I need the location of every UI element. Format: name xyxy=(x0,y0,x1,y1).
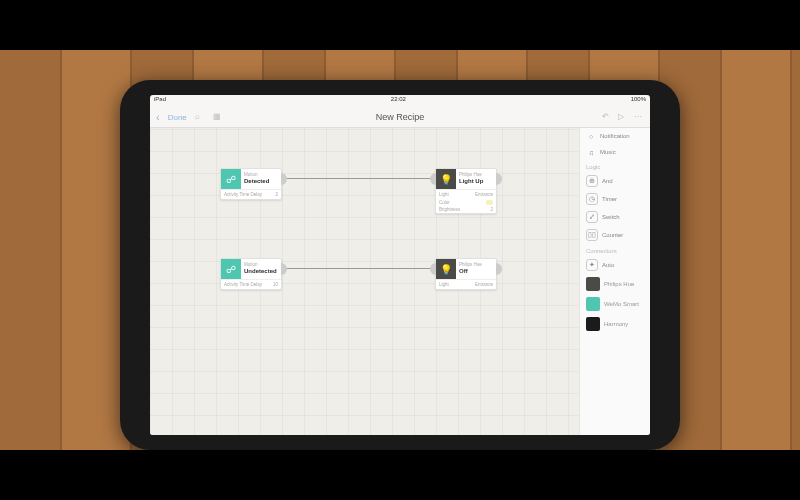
sidebar-item-switch[interactable]: ⤢ Switch xyxy=(580,208,650,226)
p3-label: Brightness xyxy=(439,207,460,212)
loc-label: Light xyxy=(439,282,449,287)
status-device: iPad xyxy=(154,96,166,106)
status-time: 22:02 xyxy=(391,96,406,106)
output-port[interactable] xyxy=(281,263,287,275)
sidebar-item-label: Music xyxy=(600,149,616,155)
tablet-device: iPad 22:02 100% ‹ Done ⌕ ▦ New Recipe ↶ … xyxy=(120,80,680,450)
action-node-off[interactable]: 💡 Philips Hue Off Light Entrance xyxy=(435,258,497,290)
action-node-lightup[interactable]: 💡 Philips Hue Light Up Light Entrance Co… xyxy=(435,168,497,214)
node-value: Off xyxy=(459,268,493,274)
node-value: Undetected xyxy=(244,268,278,274)
motion-icon: ☍ xyxy=(221,169,241,189)
input-port[interactable] xyxy=(430,173,436,185)
sidebar-item-music[interactable]: ♫ Music xyxy=(580,144,650,160)
sidebar-item-notification[interactable]: ○ Notification xyxy=(580,128,650,144)
stage: iPad 22:02 100% ‹ Done ⌕ ▦ New Recipe ↶ … xyxy=(0,0,800,500)
connector-swatch xyxy=(586,297,600,311)
page-title: New Recipe xyxy=(150,112,650,122)
param-value: 2 xyxy=(275,192,278,197)
motion-icon: ☍ xyxy=(221,259,241,279)
color-chip[interactable] xyxy=(486,200,493,205)
input-port[interactable] xyxy=(430,263,436,275)
timer-icon: ◷ xyxy=(586,193,598,205)
and-icon: ⊕ xyxy=(586,175,598,187)
back-button[interactable]: ‹ xyxy=(156,111,160,123)
tablet-screen: iPad 22:02 100% ‹ Done ⌕ ▦ New Recipe ↶ … xyxy=(150,95,650,435)
done-button[interactable]: Done xyxy=(168,113,187,122)
trigger-node-undetected[interactable]: ☍ Motion Undetected Activity Time Delay … xyxy=(220,258,282,290)
sidebar-item-label: Switch xyxy=(602,214,620,220)
param-label: Activity Time Delay xyxy=(224,282,262,287)
ios-status-bar: iPad 22:02 100% xyxy=(150,95,650,107)
sidebar-connector-wemo[interactable]: WeMo Smart xyxy=(580,294,650,314)
app-toolbar: ‹ Done ⌕ ▦ New Recipe ↶ ▷ ⋯ xyxy=(150,107,650,128)
undo-icon[interactable]: ↶ xyxy=(602,112,612,122)
sidebar-item-label: Harmony xyxy=(604,321,628,327)
param-label: Activity Time Delay xyxy=(224,192,262,197)
p3-value: 2 xyxy=(490,207,493,212)
output-port[interactable] xyxy=(281,173,287,185)
counter-icon: ▯▯ xyxy=(586,229,598,241)
sidebar-item-label: Timer xyxy=(602,196,617,202)
connector-swatch xyxy=(586,317,600,331)
sidebar-item-label: Notification xyxy=(600,133,630,139)
sidebar-section-logic: Logic xyxy=(580,160,650,172)
sidebar-item-counter[interactable]: ▯▯ Counter xyxy=(580,226,650,244)
output-port[interactable] xyxy=(496,173,502,185)
loc-value: Entrance xyxy=(475,192,493,197)
sidebar-item-label: Auto xyxy=(602,262,614,268)
param-value: 10 xyxy=(273,282,278,287)
bulb-icon: 💡 xyxy=(436,169,456,189)
loc-label: Light xyxy=(439,192,449,197)
sidebar-section-connectors: Connectors xyxy=(580,244,650,256)
sidebar-item-and[interactable]: ⊕ And xyxy=(580,172,650,190)
connection-line xyxy=(287,178,435,179)
bulb-icon: 💡 xyxy=(436,259,456,279)
auto-icon: ✦ xyxy=(586,259,598,271)
output-port[interactable] xyxy=(496,263,502,275)
trigger-node-detected[interactable]: ☍ Motion Detected Activity Time Delay 2 xyxy=(220,168,282,200)
sidebar-item-timer[interactable]: ◷ Timer xyxy=(580,190,650,208)
recipe-canvas[interactable]: ☍ Motion Detected Activity Time Delay 2 xyxy=(150,128,579,435)
more-icon[interactable]: ⋯ xyxy=(634,112,644,122)
sidebar-item-auto[interactable]: ✦ Auto xyxy=(580,256,650,274)
component-sidebar: ○ Notification ♫ Music Logic ⊕ And ◷ Ti xyxy=(579,128,650,435)
grid-icon[interactable]: ▦ xyxy=(213,112,223,122)
p2-label: Color xyxy=(439,200,450,205)
connector-swatch xyxy=(586,277,600,291)
sidebar-item-label: Counter xyxy=(602,232,623,238)
connection-line xyxy=(287,268,435,269)
music-icon: ♫ xyxy=(586,147,596,157)
sidebar-connector-hue[interactable]: Philips Hue xyxy=(580,274,650,294)
status-battery: 100% xyxy=(631,96,646,106)
node-value: Light Up xyxy=(459,178,493,184)
search-icon[interactable]: ⌕ xyxy=(195,112,205,122)
node-value: Detected xyxy=(244,178,278,184)
sidebar-item-label: And xyxy=(602,178,613,184)
sidebar-item-label: Philips Hue xyxy=(604,281,634,287)
switch-icon: ⤢ xyxy=(586,211,598,223)
sidebar-item-label: WeMo Smart xyxy=(604,301,639,307)
app-body: ☍ Motion Detected Activity Time Delay 2 xyxy=(150,128,650,435)
play-icon[interactable]: ▷ xyxy=(618,112,628,122)
loc-value: Entrance xyxy=(475,282,493,287)
sidebar-connector-harmony[interactable]: Harmony xyxy=(580,314,650,334)
bell-icon: ○ xyxy=(586,131,596,141)
